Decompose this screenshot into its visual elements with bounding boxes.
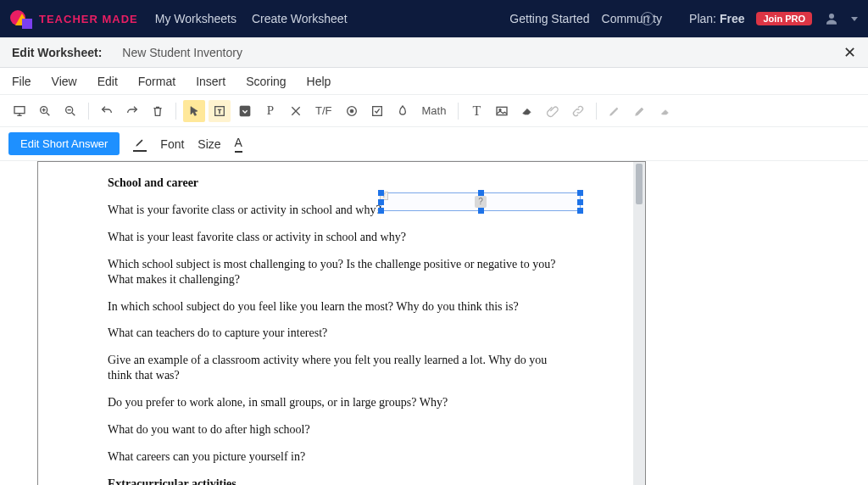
section-heading-extracurricular: Extracurricular activities <box>108 477 569 485</box>
svg-text:T: T <box>218 108 221 114</box>
delete-icon[interactable] <box>147 100 169 122</box>
edit-header-label: Edit Worksheet: <box>12 46 102 59</box>
paragraph-tool[interactable]: P <box>259 100 281 122</box>
close-icon[interactable]: ✕ <box>843 43 856 62</box>
resize-handle[interactable] <box>577 190 583 196</box>
menu-scoring[interactable]: Scoring <box>246 75 286 88</box>
true-false-tool[interactable]: T/F <box>310 104 337 117</box>
svg-rect-1 <box>14 106 25 113</box>
open-answer-icon[interactable]: T <box>209 100 231 122</box>
question-8: What do you want to do after high school… <box>108 422 569 438</box>
zoom-in-icon[interactable] <box>34 100 56 122</box>
matching-icon[interactable] <box>285 100 307 122</box>
menu-edit[interactable]: Edit <box>97 75 118 88</box>
menu-format[interactable]: Format <box>138 75 175 88</box>
resize-handle[interactable] <box>478 190 484 196</box>
attachment-icon[interactable] <box>542 100 564 122</box>
resize-handle[interactable] <box>378 190 384 196</box>
edit-short-answer-button[interactable]: Edit Short Answer <box>8 132 120 155</box>
worksheet-canvas[interactable]: School and career What is your favorite … <box>37 161 646 485</box>
image-icon[interactable] <box>491 100 513 122</box>
menu-file[interactable]: File <box>12 75 31 88</box>
checkbox-icon[interactable] <box>366 100 388 122</box>
resize-handle[interactable] <box>378 208 384 214</box>
question-9: What careers can you picture yourself in… <box>108 449 569 465</box>
svg-point-0 <box>829 14 834 19</box>
menu-view[interactable]: View <box>52 75 77 88</box>
svg-rect-10 <box>497 107 507 114</box>
canvas-area: School and career What is your favorite … <box>0 161 868 485</box>
short-answer-field-selected[interactable]: T ? <box>381 192 581 211</box>
nav-right: Getting Started Commun ty ? Plan: Free J… <box>509 11 858 26</box>
font-tool[interactable]: Font <box>160 137 184 151</box>
plan-label: Plan: Free <box>689 12 744 25</box>
user-icon[interactable] <box>824 11 839 26</box>
scrollbar-thumb[interactable] <box>636 164 643 204</box>
resize-handle[interactable] <box>478 208 484 214</box>
question-4: In which school subject do you feel like… <box>108 299 569 315</box>
worksheet-title: New Student Inventory <box>122 46 242 59</box>
pencil-icon[interactable] <box>604 100 626 122</box>
present-icon[interactable] <box>8 100 31 122</box>
help-icon[interactable]: ? <box>641 12 654 25</box>
text-tool[interactable]: T <box>465 100 487 122</box>
multiple-choice-icon[interactable] <box>341 100 363 122</box>
logo-mark-icon <box>10 8 34 29</box>
dropdown-icon[interactable] <box>234 100 256 122</box>
section-heading-school-career: School and career <box>108 176 569 191</box>
zoom-out-icon[interactable] <box>59 100 81 122</box>
nav-left: My Worksheets Create Worksheet <box>155 12 348 25</box>
eraser-icon[interactable] <box>516 100 538 122</box>
svg-point-8 <box>350 109 353 113</box>
menubar: File View Edit Format Insert Scoring Hel… <box>0 68 868 95</box>
question-3: Which school subject is most challenging… <box>108 257 569 287</box>
field-hint-icon: ? <box>475 196 487 208</box>
logo[interactable]: TEACHER MADE <box>10 8 138 29</box>
redo-icon[interactable] <box>121 100 143 122</box>
resize-handle[interactable] <box>577 199 583 205</box>
toolbar: T P T/F Math T <box>0 95 868 127</box>
shape-eraser-icon[interactable] <box>654 100 676 122</box>
pointer-tool-icon[interactable] <box>183 100 205 122</box>
highlighter-icon[interactable] <box>629 100 651 122</box>
nav-getting-started[interactable]: Getting Started <box>509 12 589 25</box>
pen-icon <box>133 137 147 148</box>
resize-handle[interactable] <box>378 199 384 205</box>
math-tool[interactable]: Math <box>417 104 452 117</box>
text-color-tool[interactable]: A <box>235 136 242 153</box>
context-toolbar: Edit Short Answer Font Size A <box>0 127 868 161</box>
hotspot-icon[interactable] <box>392 100 414 122</box>
link-icon[interactable] <box>567 100 589 122</box>
resize-handle[interactable] <box>577 208 583 214</box>
join-pro-button[interactable]: Join PRO <box>756 12 812 25</box>
question-5: What can teachers do to capture your int… <box>108 326 569 341</box>
canvas-scrollbar[interactable] <box>633 162 645 485</box>
nav-my-worksheets[interactable]: My Worksheets <box>155 12 236 25</box>
top-nav: TEACHER MADE My Worksheets Create Worksh… <box>0 0 868 37</box>
edit-header: Edit Worksheet: New Student Inventory ✕ <box>0 37 868 68</box>
logo-text: TEACHER MADE <box>39 13 138 25</box>
undo-icon[interactable] <box>96 100 118 122</box>
menu-insert[interactable]: Insert <box>196 75 225 88</box>
nav-create-worksheet[interactable]: Create Worksheet <box>252 12 348 25</box>
size-tool[interactable]: Size <box>198 137 220 151</box>
menu-help[interactable]: Help <box>307 75 331 88</box>
svg-rect-6 <box>240 106 250 116</box>
user-menu-caret-icon[interactable] <box>851 17 858 21</box>
question-2: What is your least favorite class or act… <box>108 230 569 245</box>
question-7: Do you prefer to work alone, in small gr… <box>108 395 569 410</box>
pen-style-tool[interactable] <box>133 137 147 152</box>
question-6: Give an example of a classroom activity … <box>108 353 569 383</box>
